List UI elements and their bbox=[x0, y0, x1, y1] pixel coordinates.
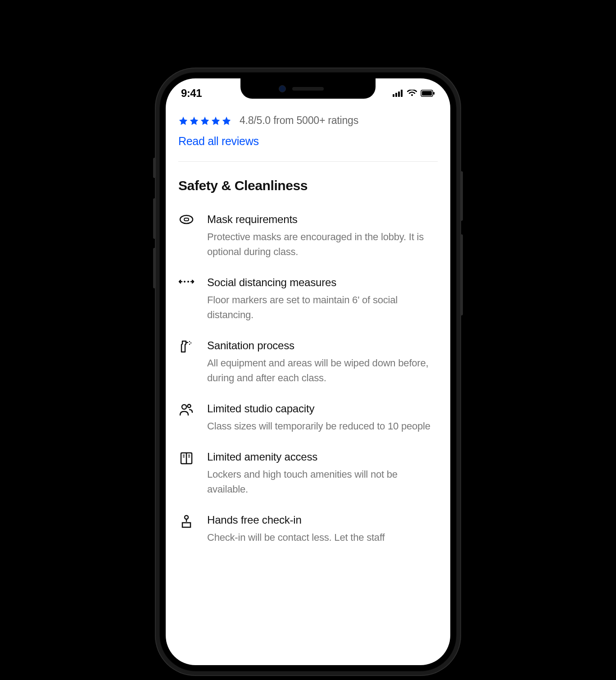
svg-point-15 bbox=[188, 405, 191, 408]
svg-rect-1 bbox=[395, 93, 397, 97]
safety-item-desc: Floor markers are set to maintain 6' of … bbox=[207, 292, 438, 322]
mask-icon bbox=[178, 213, 195, 259]
speaker-grille-icon bbox=[292, 87, 324, 91]
safety-item-desc: Class sizes will temporarily be reduced … bbox=[207, 419, 438, 434]
safety-item-title: Sanitation process bbox=[207, 339, 438, 352]
phone-volume-down bbox=[153, 248, 156, 288]
rating-stars bbox=[178, 116, 231, 126]
wifi-icon bbox=[407, 90, 417, 97]
section-title: Safety & Cleanliness bbox=[178, 178, 438, 193]
star-icon bbox=[189, 116, 199, 126]
status-icons bbox=[393, 87, 435, 97]
safety-item-title: Social distancing measures bbox=[207, 276, 438, 289]
phone-power-button bbox=[460, 234, 463, 315]
safety-item-desc: All equipment and areas will be wiped do… bbox=[207, 356, 438, 385]
svg-point-11 bbox=[189, 341, 190, 342]
locker-icon bbox=[178, 451, 195, 497]
svg-rect-24 bbox=[182, 523, 190, 527]
phone-side-button bbox=[460, 171, 463, 221]
safety-item-desc: Lockers and high touch amenities will no… bbox=[207, 467, 438, 497]
safety-item-title: Limited amenity access bbox=[207, 451, 438, 463]
svg-point-13 bbox=[189, 344, 190, 345]
svg-rect-5 bbox=[422, 91, 432, 96]
distancing-icon bbox=[178, 276, 195, 322]
screen[interactable]: 9:41 bbox=[166, 78, 450, 665]
cellular-signal-icon bbox=[393, 90, 403, 97]
svg-rect-8 bbox=[184, 218, 189, 221]
star-icon bbox=[211, 116, 221, 126]
safety-item-amenity: Limited amenity access Lockers and high … bbox=[178, 451, 438, 497]
read-reviews-link[interactable]: Read all reviews bbox=[178, 135, 438, 148]
safety-item-sanitation: Sanitation process All equipment and are… bbox=[178, 339, 438, 385]
content-area[interactable]: 4.8/5.0 from 5000+ ratings Read all revi… bbox=[166, 78, 450, 545]
phone-notch bbox=[240, 78, 376, 99]
safety-item-checkin: Hands free check-in Check-in will be con… bbox=[178, 514, 438, 545]
star-icon bbox=[178, 116, 188, 126]
star-icon bbox=[222, 116, 231, 126]
checkin-icon bbox=[178, 514, 195, 545]
safety-item-title: Limited studio capacity bbox=[207, 402, 438, 415]
safety-item-mask: Mask requirements Protective masks are e… bbox=[178, 213, 438, 259]
divider bbox=[178, 161, 438, 162]
safety-item-capacity: Limited studio capacity Class sizes will… bbox=[178, 402, 438, 434]
phone-mute-switch bbox=[153, 158, 156, 178]
rating-row: 4.8/5.0 from 5000+ ratings bbox=[178, 114, 438, 127]
safety-item-desc: Protective masks are encouraged in the l… bbox=[207, 229, 438, 259]
safety-item-title: Mask requirements bbox=[207, 213, 438, 226]
rating-text: 4.8/5.0 from 5000+ ratings bbox=[240, 114, 358, 127]
svg-point-22 bbox=[185, 516, 188, 519]
front-camera-icon bbox=[279, 85, 286, 92]
star-icon bbox=[200, 116, 210, 126]
svg-rect-6 bbox=[433, 92, 435, 95]
svg-rect-3 bbox=[401, 90, 403, 97]
safety-item-distancing: Social distancing measures Floor markers… bbox=[178, 276, 438, 322]
spray-bottle-icon bbox=[178, 339, 195, 385]
status-time: 9:41 bbox=[181, 84, 202, 100]
battery-icon bbox=[421, 90, 435, 97]
svg-rect-2 bbox=[398, 91, 400, 97]
svg-point-9 bbox=[184, 281, 186, 283]
phone-frame: 9:41 bbox=[155, 68, 461, 676]
svg-point-10 bbox=[187, 281, 189, 283]
phone-volume-up bbox=[153, 198, 156, 239]
svg-point-12 bbox=[190, 342, 191, 343]
safety-item-desc: Check-in will be contact less. Let the s… bbox=[207, 530, 438, 545]
svg-point-14 bbox=[182, 405, 186, 409]
people-icon bbox=[178, 402, 195, 434]
safety-item-title: Hands free check-in bbox=[207, 514, 438, 526]
svg-point-7 bbox=[180, 215, 193, 224]
svg-rect-0 bbox=[393, 94, 394, 97]
